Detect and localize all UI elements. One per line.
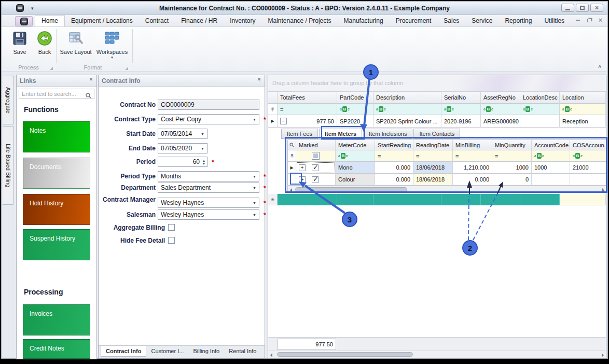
accountcode-cell[interactable] xyxy=(532,174,570,186)
filter-pin-icon[interactable] xyxy=(268,104,278,115)
ribbon-tab-contract[interactable]: Contract xyxy=(139,16,175,26)
mdi-minimize-button[interactable] xyxy=(576,20,580,21)
append-cell[interactable] xyxy=(481,194,520,205)
mdi-close-button[interactable]: × xyxy=(599,17,602,23)
minquantity-cell[interactable]: 1000 xyxy=(492,162,532,174)
minbilling-cell[interactable]: 1,210.000 xyxy=(453,162,492,174)
append-cell[interactable] xyxy=(441,194,481,205)
notes-button[interactable]: Notes xyxy=(23,121,90,152)
credit-notes-button[interactable]: Credit Notes xyxy=(23,339,90,359)
filter-serialno[interactable]: aBc xyxy=(441,104,481,115)
scroll-right-icon[interactable] xyxy=(602,188,604,192)
append-cell[interactable] xyxy=(337,194,373,205)
salesman-select[interactable]: Wesley Haynes▼ xyxy=(158,209,259,220)
column-header-locationdesc[interactable]: LocationDesc xyxy=(520,92,560,104)
append-cell[interactable] xyxy=(278,194,337,205)
scroll-left-icon[interactable] xyxy=(290,188,292,192)
append-cell[interactable] xyxy=(520,194,560,205)
detail-column-readingdate[interactable]: ReadingDate xyxy=(413,140,453,150)
minbilling-cell[interactable]: 0.000 xyxy=(453,174,492,186)
ribbon-tab-utilities[interactable]: Utilities xyxy=(538,16,571,26)
grid-horizontal-scrollbar[interactable] xyxy=(268,351,606,358)
aggregate-billing-checkbox[interactable] xyxy=(168,224,175,231)
detail-search-icon[interactable] xyxy=(288,140,296,150)
column-header-serialno[interactable]: SerialNo xyxy=(441,92,481,104)
detail-column-startreading[interactable]: StartReading xyxy=(375,140,413,150)
totalfees-cell[interactable]: − 977.50 xyxy=(278,115,337,128)
hold-history-button[interactable]: Hold History xyxy=(23,194,90,225)
tab-rental-info[interactable]: Rental Info xyxy=(224,346,261,356)
column-header-partcode[interactable]: PartCode xyxy=(337,92,373,104)
metercode-cell[interactable]: Colour xyxy=(336,174,375,186)
expand-row-button[interactable]: + xyxy=(299,164,306,171)
metercode-cell[interactable]: Mono xyxy=(336,162,375,174)
column-header-assetregno[interactable]: AssetRegNo xyxy=(481,92,520,104)
append-row[interactable]: ✳ xyxy=(268,194,606,205)
contract-manager-select[interactable]: Wesley Haynes▼ xyxy=(158,198,259,208)
detail-filter-startreading[interactable]: = xyxy=(375,150,413,162)
detail-filter-minquantity[interactable]: = xyxy=(492,150,532,162)
back-button[interactable]: Back xyxy=(30,30,60,64)
expand-row-button[interactable]: + xyxy=(299,176,306,183)
save-layout-button[interactable]: Save Layout xyxy=(60,30,92,64)
detail-filter-cosaccount[interactable]: aBc xyxy=(570,150,606,162)
end-date-select[interactable]: 07/05/2020▼ xyxy=(158,143,207,153)
ribbon-tab-equipment-locations[interactable]: Equipment / Locations xyxy=(65,16,139,26)
tab-billing-info[interactable]: Billing Info xyxy=(188,346,224,356)
ribbon-tab-service[interactable]: Service xyxy=(465,16,499,26)
filter-description[interactable]: aBc xyxy=(373,104,441,115)
readingdate-cell[interactable]: 18/06/2018 xyxy=(413,174,453,186)
maximize-button[interactable] xyxy=(576,4,589,12)
marked-cell[interactable]: + ✓ xyxy=(296,174,336,186)
detail-tab-item-inclusions[interactable]: Item Inclusions xyxy=(363,129,412,139)
scroll-left-icon[interactable] xyxy=(270,353,272,357)
startreading-cell[interactable]: 0.000 xyxy=(375,174,413,186)
detail-column-marked[interactable]: Marked xyxy=(296,140,336,150)
start-date-select[interactable]: 07/05/2014▼ xyxy=(158,129,207,139)
readingdate-cell[interactable]: 18/06/2018 xyxy=(413,162,453,174)
marked-checkbox[interactable]: ✓ xyxy=(312,164,319,171)
ribbon-tab-finance-hr[interactable]: Finance / HR xyxy=(175,16,224,26)
contract-type-select[interactable]: Cost Per Copy▼ xyxy=(158,114,259,124)
append-cell[interactable] xyxy=(560,194,606,205)
detail-filter-accountcode[interactable]: aBc xyxy=(532,150,570,162)
process-dialog-launcher-icon[interactable] xyxy=(50,67,53,70)
mdi-restore-button[interactable] xyxy=(587,19,591,22)
pin-icon[interactable] xyxy=(257,77,261,85)
ribbon-tab-manufacturing[interactable]: Manufacturing xyxy=(338,16,390,26)
cosaccount-cell[interactable]: 21000 xyxy=(570,162,606,174)
detail-filter-readingdate[interactable]: = xyxy=(413,150,453,162)
description-cell[interactable]: SP2020 Sprint Colour ... xyxy=(373,115,441,128)
ribbon-tab-home[interactable]: Home xyxy=(35,15,65,26)
tab-customer-info[interactable]: Customer I... xyxy=(146,346,188,356)
suspend-history-button[interactable]: Suspend History xyxy=(23,229,90,260)
ribbon-tab-procurement[interactable]: Procurement xyxy=(390,16,438,26)
filter-partcode[interactable]: aBc xyxy=(337,104,373,115)
minimize-button[interactable] xyxy=(561,4,574,12)
spin-down-icon[interactable]: ▼ xyxy=(202,162,205,165)
detail-column-accountcode[interactable]: AccountCode xyxy=(532,140,570,150)
close-button[interactable]: × xyxy=(590,4,603,12)
filter-assetregno[interactable]: aBc xyxy=(481,104,520,115)
append-cell[interactable] xyxy=(373,194,441,205)
detail-column-minquantity[interactable]: MinQuantity xyxy=(492,140,532,150)
detail-filter-marked[interactable] xyxy=(296,150,336,162)
ribbon-tab-sales[interactable]: Sales xyxy=(437,16,465,26)
filter-locationdesc[interactable]: aBc xyxy=(520,104,560,115)
scrollbar-thumb[interactable] xyxy=(295,187,407,192)
filter-location[interactable]: aBc xyxy=(560,104,606,115)
partcode-cell[interactable]: SP2020 xyxy=(337,115,373,128)
dock-tab-life-based-billing[interactable]: Life Based Billing xyxy=(3,126,14,205)
column-header-totalfees[interactable]: TotalFees xyxy=(278,92,337,104)
assetregno-cell[interactable]: AREG000090 xyxy=(481,115,520,128)
column-header-location[interactable]: Location xyxy=(560,92,606,104)
detail-row-mono[interactable]: ▶ + ✓ Mono 0.000 18/06/2018 1,210.000 10… xyxy=(288,162,606,174)
hide-fee-detail-checkbox[interactable] xyxy=(168,237,175,244)
detail-filter-minbilling[interactable]: = xyxy=(453,150,492,162)
period-spinner[interactable]: 60 xyxy=(158,157,207,167)
department-select[interactable]: Sales Department▼ xyxy=(158,183,259,193)
search-input[interactable] xyxy=(19,89,94,99)
group-by-panel[interactable]: Drag a column header here to group by th… xyxy=(268,75,606,92)
ribbon-collapse-button[interactable]: ^ xyxy=(598,65,601,71)
tab-contract-info[interactable]: Contract Info xyxy=(101,346,146,357)
